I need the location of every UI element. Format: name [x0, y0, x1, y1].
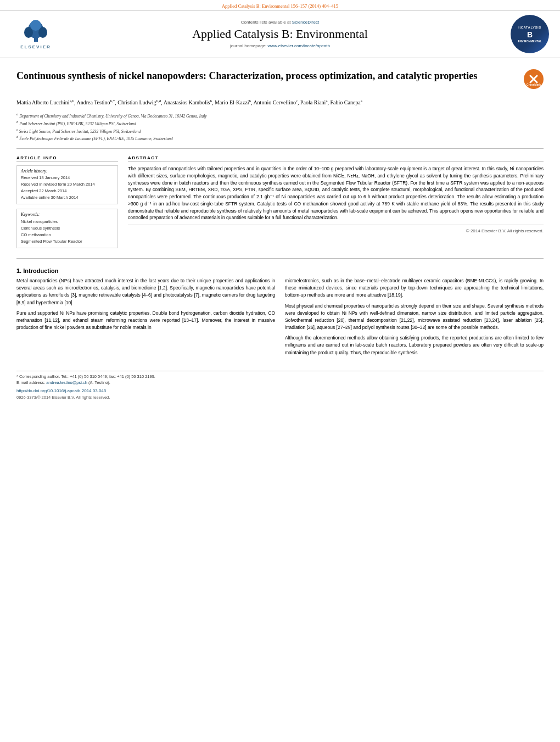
intro-col-2: microelectronics, such as in the base–me…: [285, 277, 544, 360]
keyword-1: Nickel nanoparticles: [21, 219, 114, 225]
header-divider: [16, 148, 544, 149]
abstract-text: The preparation of nanoparticles with ta…: [128, 165, 544, 221]
author-1: Mattia Alberto Lucchinia,b: [16, 99, 74, 105]
journal-reference-bar: Applied Catalysis B: Environmental 156–1…: [0, 0, 560, 10]
intro-para-4: Most physical and chemical properties of…: [285, 303, 544, 332]
intro-para-3: microelectronics, such as in the base–me…: [285, 277, 544, 299]
affiliation-a: a Department of Chemistry and Industrial…: [16, 111, 544, 119]
journal-ref-text: Applied Catalysis B: Environmental 156–1…: [222, 3, 338, 9]
date-revised: Received in revised form 20 March 2014: [21, 181, 114, 188]
journal-header: ELSEVIER Contents lists available at Sci…: [0, 10, 560, 58]
introduction-heading: 1. Introduction: [16, 267, 544, 274]
date-accepted: Accepted 22 March 2014: [21, 188, 114, 194]
email-note: E-mail address: andrea.testino@psi.ch (A…: [16, 380, 544, 386]
abstract-col: ABSTRACT The preparation of nanoparticle…: [128, 155, 544, 253]
affiliation-b: b Paul Scherrer Institut (PSI), ENE-LBK,…: [16, 119, 544, 127]
homepage-link[interactable]: www.elsevier.com/locate/apcatb: [268, 43, 330, 48]
authors-section: Mattia Alberto Lucchinia,b, Andrea Testi…: [0, 93, 560, 109]
keyword-2: Continuous synthesis: [21, 225, 114, 232]
article-info-label: ARTICLE INFO: [16, 155, 118, 162]
intro-para-2: Pure and supported Ni NPs have promising…: [16, 310, 275, 332]
abstract-label: ABSTRACT: [128, 155, 544, 162]
affiliation-d: d École Polytechnique Fédérale de Lausan…: [16, 134, 544, 142]
author-3: Christian Ludwigb,d: [117, 99, 161, 105]
sciencedirect-link[interactable]: ScienceDirect: [292, 20, 319, 25]
history-label: Article history:: [21, 169, 114, 174]
elsevier-logo: ELSEVIER: [11, 19, 60, 49]
journal-center-info: Contents lists available at ScienceDirec…: [60, 20, 500, 48]
journal-homepage: journal homepage: www.elsevier.com/locat…: [60, 43, 500, 48]
author-7: Paola Riania: [300, 99, 328, 105]
affiliations-section: a Department of Chemistry and Industrial…: [0, 109, 560, 146]
affiliation-c: c Swiss Light Source, Paul Scherrer Inst…: [16, 127, 544, 135]
author-2: Andrea Testinob,*: [76, 99, 115, 105]
article-history-box: Article history: Received 18 January 201…: [16, 165, 118, 204]
copyright-line: © 2014 Elsevier B.V. All rights reserved…: [128, 225, 544, 233]
crossmark-icon: CrossMark: [526, 71, 541, 87]
footnotes-section: * Corresponding author. Tel.: +41 (0) 56…: [0, 360, 560, 401]
article-info-col: ARTICLE INFO Article history: Received 1…: [16, 155, 118, 253]
crossmark-badge[interactable]: CrossMark: [524, 69, 544, 89]
body-divider: [16, 258, 544, 259]
page-wrapper: Applied Catalysis B: Environmental 156–1…: [0, 0, 560, 742]
author-5: Mario El-Kazzib: [215, 99, 251, 105]
introduction-columns: Metal nanoparticles (NPs) have attracted…: [16, 277, 544, 360]
authors-line: Mattia Alberto Lucchinia,b, Andrea Testi…: [16, 98, 544, 107]
contents-available-line: Contents lists available at ScienceDirec…: [60, 20, 500, 25]
corresponding-note: * Corresponding author. Tel.: +41 (0) 56…: [16, 373, 544, 380]
article-title: Continuous synthesis of nickel nanopowde…: [16, 69, 524, 82]
svg-point-4: [30, 20, 41, 31]
article-info-abstract-row: ARTICLE INFO Article history: Received 1…: [0, 151, 560, 253]
catalysis-badge-text: I|CATALYSIS: [518, 26, 541, 29]
intro-para-1: Metal nanoparticles (NPs) have attracted…: [16, 277, 275, 306]
date-received: Received 18 January 2014: [21, 175, 114, 181]
catalysis-logo: I|CATALYSIS B ENVIRONMENTAL: [500, 15, 549, 53]
catalysis-badge: I|CATALYSIS B ENVIRONMENTAL: [511, 15, 549, 53]
keywords-label: Keywords:: [21, 212, 114, 217]
introduction-section: 1. Introduction Metal nanoparticles (NPs…: [0, 261, 560, 360]
elsevier-tree-icon: [21, 19, 51, 43]
keywords-box: Keywords: Nickel nanoparticles Continuou…: [16, 209, 118, 248]
section-number: 1.: [16, 267, 21, 274]
svg-text:CrossMark: CrossMark: [527, 83, 541, 86]
article-dates: Received 18 January 2014 Received in rev…: [21, 175, 114, 201]
article-title-section: Continuous synthesis of nickel nanopowde…: [0, 58, 560, 93]
author-6: Antonio Cervellinoc: [253, 99, 298, 105]
footer-notes: * Corresponding author. Tel.: +41 (0) 56…: [16, 371, 544, 401]
issn-line: 0926-3373/© 2014 Elsevier B.V. All right…: [16, 394, 544, 400]
elsevier-wordmark: ELSEVIER: [20, 44, 51, 49]
email-link[interactable]: andrea.testino@psi.ch: [46, 380, 87, 385]
section-title: Introduction: [23, 267, 58, 274]
catalysis-badge-sub: ENVIRONMENTAL: [518, 40, 541, 43]
journal-title: Applied Catalysis B: Environmental: [60, 27, 500, 41]
keyword-4: Segmented Flow Tubular Reactor: [21, 238, 114, 245]
intro-para-5: Although the aforementioned methods allo…: [285, 334, 544, 356]
author-8: Fabio Canepaa: [331, 99, 362, 105]
doi-link[interactable]: http://dx.doi.org/10.1016/j.apcatb.2014.…: [16, 388, 106, 393]
intro-col-1: Metal nanoparticles (NPs) have attracted…: [16, 277, 275, 360]
date-online: Available online 30 March 2014: [21, 194, 114, 201]
keyword-3: CO methanation: [21, 232, 114, 238]
author-4: Anastasios Kambolisb: [164, 99, 212, 105]
catalysis-badge-b: B: [527, 30, 533, 39]
